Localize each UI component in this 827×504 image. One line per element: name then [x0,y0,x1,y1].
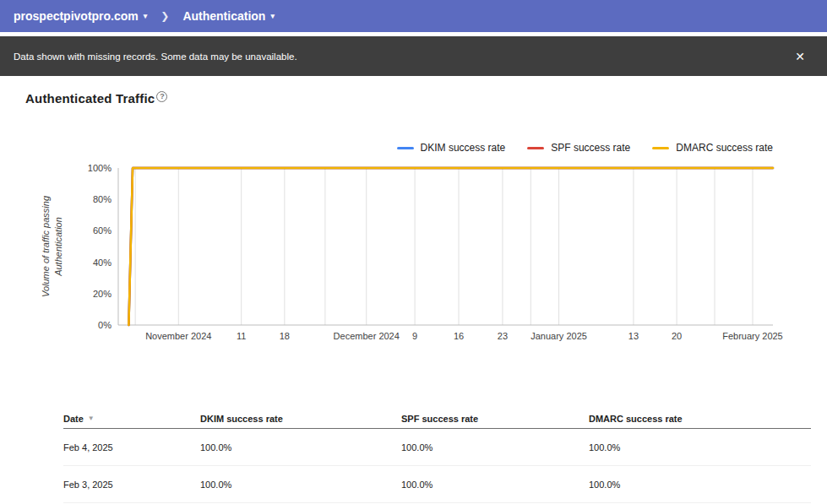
column-header-0[interactable]: Date▼ [63,414,200,424]
chevron-down-icon: ▾ [144,12,148,20]
line-chart-plot: November 20241118December 202491623Janua… [0,135,827,355]
table-cell: 100.0% [200,442,401,453]
x-tick-label: 23 [498,331,508,341]
column-header-1: DKIM success rate [200,414,401,424]
x-tick-label: December 2024 [334,331,400,341]
table-cell: 100.0% [589,480,811,490]
y-tick-label: 100% [88,163,112,173]
report-selector-label: Authentication [182,9,265,23]
column-header-2: SPF success rate [401,414,589,424]
column-header-label: DMARC success rate [589,414,683,424]
top-app-bar: prospectpivotpro.com ▾ ❯ Authentication … [0,0,827,32]
table-cell: 100.0% [401,480,589,490]
table-body: Feb 4, 2025100.0%100.0%100.0%Feb 3, 2025… [63,429,811,503]
report-selector[interactable]: Authentication ▾ [182,9,275,23]
x-tick-label: 18 [280,331,290,341]
x-tick-label: 13 [628,331,639,341]
y-tick-label: 0% [98,320,112,330]
close-icon[interactable]: ✕ [786,45,813,68]
y-tick-label: 20% [93,289,112,299]
authenticated-traffic-chart: DKIM success rateSPF success rateDMARC s… [0,135,827,363]
results-table: Date▼DKIM success rateSPF success rateDM… [63,409,811,503]
x-tick-label: November 2024 [145,331,211,341]
table-header-row: Date▼DKIM success rateSPF success rateDM… [63,409,811,429]
x-tick-label: January 2025 [530,331,587,341]
breadcrumb-separator-icon: ❯ [161,10,169,22]
column-header-label: Date [63,414,84,424]
page-title: Authenticated Traffic [25,91,155,106]
x-tick-label: 20 [672,331,682,341]
page-title-row: Authenticated Traffic ? [0,76,827,106]
domain-selector[interactable]: prospectpivotpro.com ▾ [14,9,147,23]
x-tick-label: 16 [454,331,464,341]
table-cell: 100.0% [200,480,401,490]
help-icon[interactable]: ? [156,91,167,102]
x-tick-label: February 2025 [722,331,783,341]
table-row: Feb 4, 2025100.0%100.0%100.0% [63,429,811,466]
y-tick-label: 80% [93,194,112,204]
x-tick-label: 9 [412,331,417,341]
chevron-down-icon: ▾ [270,12,275,20]
table-cell: Feb 3, 2025 [63,480,200,490]
column-header-label: SPF success rate [401,414,478,424]
domain-selector-label: prospectpivotpro.com [14,9,139,23]
sort-desc-icon: ▼ [88,415,95,422]
table-row: Feb 3, 2025100.0%100.0%100.0% [63,466,811,503]
banner-message: Data shown with missing records. Some da… [14,51,786,62]
table-cell: 100.0% [589,442,811,453]
x-tick-label: 11 [237,331,246,341]
column-header-3: DMARC success rate [589,414,811,424]
y-tick-label: 40% [93,257,112,268]
y-tick-label: 60% [93,225,112,236]
missing-records-banner: Data shown with missing records. Some da… [0,36,827,76]
table-cell: 100.0% [401,442,589,453]
table-cell: Feb 4, 2025 [63,442,200,453]
column-header-label: DKIM success rate [200,414,283,424]
